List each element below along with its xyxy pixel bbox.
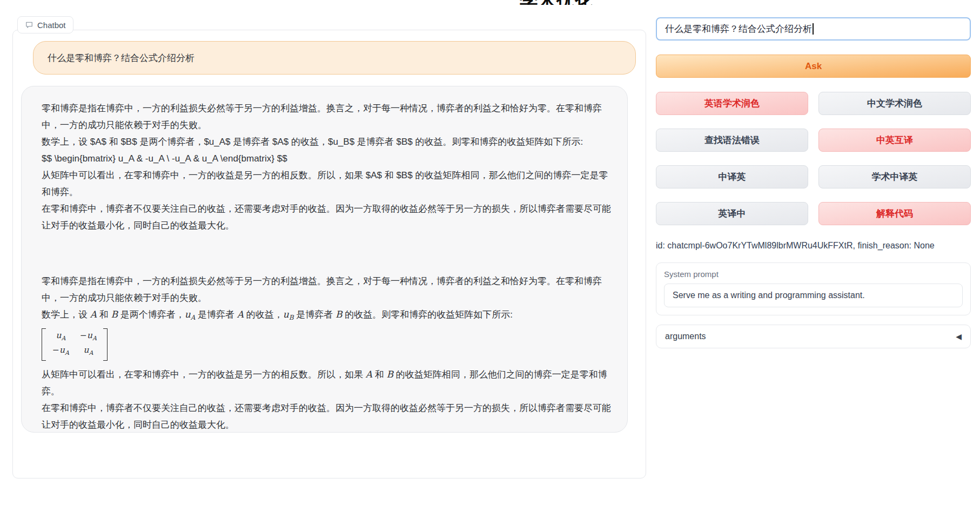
bot-raw-paragraph: 零和博弈是指在博弈中，一方的利益损失必然等于另一方的利益增益。换言之，对于每一种… — [42, 100, 611, 133]
question-input-value: 什么是零和博弈？结合公式介绍分析 — [665, 23, 812, 35]
math-var: B — [111, 309, 118, 320]
bot-rendered-math-paragraph: 数学上，设 A 和 B 是两个博弈者，uA 是博弈者 A 的收益，uB 是博弈者… — [42, 306, 611, 326]
clipped-page-title: 学术优化 — [489, 0, 624, 5]
chatbot-panel: Chatbot 什么是零和博弈？结合公式介绍分析 零和博弈是指在博弈中，一方的利… — [12, 30, 646, 478]
btn-zh-to-en[interactable]: 中译英 — [656, 165, 808, 188]
math-var: B — [386, 369, 393, 380]
bot-rendered-math-paragraph: 从矩阵中可以看出，在零和博弈中，一方的收益是另一方的相反数。所以，如果 A 和 … — [42, 366, 611, 400]
arguments-accordion[interactable]: arguments ◀ — [656, 325, 971, 348]
arguments-accordion-label: arguments — [665, 332, 706, 341]
text-caret — [813, 23, 814, 35]
accordion-collapse-icon: ◀ — [956, 332, 962, 341]
btn-zh-en-mutual-translate[interactable]: 中英互译 — [818, 129, 971, 152]
system-prompt-label: System prompt — [664, 269, 963, 279]
bot-raw-block: 零和博弈是指在博弈中，一方的利益损失必然等于另一方的利益增益。换言之，对于每一种… — [42, 100, 611, 234]
status-line: id: chatcmpl-6wOo7KrYTwMl89lbrMWRu4UkFFX… — [656, 241, 971, 251]
bot-raw-paragraph: 数学上，设 $A$ 和 $B$ 是两个博弈者，$u_A$ 是博弈者 $A$ 的收… — [42, 133, 611, 150]
chatbot-label-text: Chatbot — [37, 21, 66, 30]
btn-chinese-academic-polish[interactable]: 中文学术润色 — [818, 92, 971, 115]
bot-rendered-paragraph: 零和博弈是指在博弈中，一方的利益损失必然等于另一方的利益增益。换言之，对于每一种… — [42, 273, 611, 306]
user-message-text: 什么是零和博弈？结合公式介绍分析 — [48, 52, 194, 64]
matrix-left-bracket — [42, 328, 46, 360]
math-var: uA — [185, 309, 196, 320]
bot-rendered-block: 零和博弈是指在博弈中，一方的利益损失必然等于另一方的利益增益。换言之，对于每一种… — [42, 273, 611, 433]
matrix-cell: uA — [80, 345, 97, 359]
math-var: uB — [283, 309, 294, 320]
btn-academic-zh-to-en[interactable]: 学术中译英 — [818, 165, 971, 188]
function-button-grid: 英语学术润色 中文学术润色 查找语法错误 中英互译 中译英 学术中译英 英译中 … — [656, 92, 971, 225]
system-prompt-card: System prompt Serve me as a writing and … — [656, 262, 971, 315]
math-var: A — [237, 309, 244, 320]
btn-explain-code[interactable]: 解释代码 — [818, 202, 971, 225]
controls-column: 什么是零和博弈？结合公式介绍分析 Ask 英语学术润色 中文学术润色 查找语法错… — [656, 17, 971, 348]
clipped-page-title-text: 学术优化 — [520, 0, 593, 5]
system-prompt-input[interactable]: Serve me as a writing and programming as… — [664, 284, 963, 307]
ask-button[interactable]: Ask — [656, 55, 971, 78]
app-page: 学术优化 Chatbot 什么是零和博弈？结合公式介绍分析 零和博弈是指在博弈中… — [0, 0, 980, 519]
math-var: B — [335, 309, 343, 320]
bot-raw-paragraph: 从矩阵中可以看出，在零和博弈中，一方的收益是另一方的相反数。所以，如果 $A$ … — [42, 167, 611, 200]
bot-raw-paragraph: 在零和博弈中，博弈者不仅要关注自己的收益，还需要考虑对手的收益。因为一方取得的收… — [42, 200, 611, 234]
payoff-matrix-row: uA −uA −uA uA — [42, 326, 611, 366]
matrix-cell: −uA — [80, 330, 97, 344]
math-var: A — [90, 309, 97, 320]
user-message: 什么是零和博弈？结合公式介绍分析 — [33, 41, 636, 75]
chat-bubble-icon — [25, 21, 33, 29]
matrix-right-bracket — [103, 328, 108, 360]
math-var: A — [366, 369, 372, 380]
bot-message: 零和博弈是指在博弈中，一方的利益损失必然等于另一方的利益增益。换言之，对于每一种… — [21, 86, 628, 433]
btn-en-to-zh[interactable]: 英译中 — [656, 202, 808, 225]
btn-english-academic-polish[interactable]: 英语学术润色 — [656, 92, 808, 115]
bot-raw-latex-line: $$ \begin{bmatrix} u_A & -u_A \ -u_A & u… — [42, 150, 611, 167]
matrix-cell: uA — [52, 330, 69, 344]
question-input[interactable]: 什么是零和博弈？结合公式介绍分析 — [656, 17, 971, 41]
message-block-gap — [42, 234, 611, 273]
payoff-matrix: uA −uA −uA uA — [42, 328, 108, 360]
matrix-cell: −uA — [52, 345, 69, 359]
chatbot-label: Chatbot — [17, 16, 73, 33]
btn-find-grammar-errors[interactable]: 查找语法错误 — [656, 129, 808, 152]
bot-rendered-paragraph: 在零和博弈中，博弈者不仅要关注自己的收益，还需要考虑对手的收益。因为一方取得的收… — [42, 400, 611, 433]
